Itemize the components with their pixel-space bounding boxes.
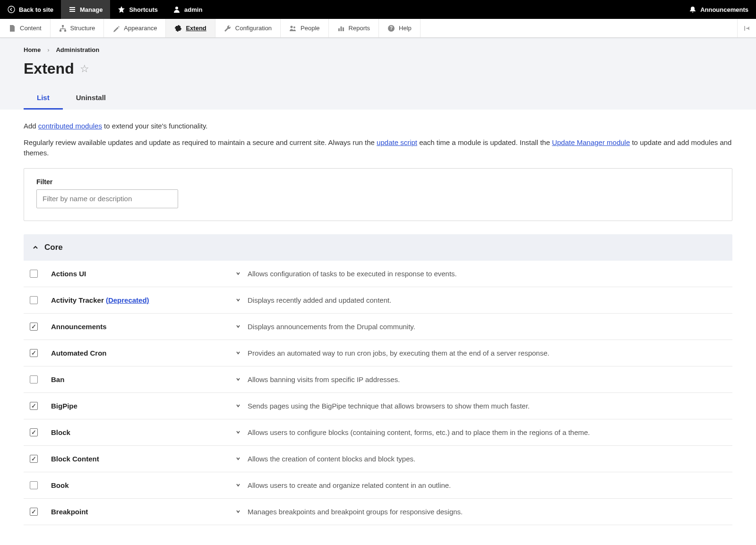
nav-appearance-label: Appearance [124,25,157,32]
module-checkbox[interactable] [30,349,38,357]
expand-description-icon[interactable] [235,271,242,276]
nav-configuration-label: Configuration [235,25,272,32]
module-checkbox[interactable] [30,270,38,278]
expand-description-icon[interactable] [235,324,242,329]
shortcuts-label: Shortcuts [129,6,158,13]
expand-description-icon[interactable] [235,509,242,514]
module-name: Automated Cron [51,349,235,357]
module-checkbox[interactable] [30,455,38,463]
svg-rect-9 [343,27,344,31]
expand-description-icon[interactable] [235,429,242,435]
svg-point-0 [8,6,15,13]
puzzle-icon [174,25,182,32]
breadcrumb-home[interactable]: Home [24,46,41,53]
nav-appearance[interactable]: Appearance [104,19,166,37]
manage-button[interactable]: Manage [61,0,110,19]
module-checkbox[interactable] [30,375,38,383]
module-description: Displays recently added and updated cont… [248,296,391,304]
filter-box: Filter [24,168,732,221]
module-row: Automated CronProvides an automated way … [24,340,732,366]
expand-description-icon[interactable] [235,403,242,409]
nav-reports-label: Reports [349,25,370,32]
nav-structure[interactable]: Structure [51,19,104,37]
svg-rect-8 [340,26,342,31]
svg-point-5 [291,26,293,28]
module-checkbox[interactable] [30,323,38,331]
expand-description-icon[interactable] [235,376,242,382]
filter-input[interactable] [36,189,178,208]
module-name: Announcements [51,323,235,331]
back-arrow-icon [8,6,15,13]
shortcuts-button[interactable]: Shortcuts [110,0,165,19]
nav-configuration[interactable]: Configuration [215,19,281,37]
nav-reports[interactable]: Reports [329,19,379,37]
contributed-modules-link[interactable]: contributed modules [38,122,102,130]
appearance-icon [112,25,120,32]
structure-icon [59,25,67,32]
svg-point-6 [293,26,295,28]
deprecated-link[interactable]: (Deprecated) [106,296,149,304]
nav-extend-label: Extend [186,25,206,32]
module-description: Allows banning visits from specific IP a… [248,375,400,383]
favorite-star-icon[interactable]: ☆ [80,63,89,75]
module-row: BlockAllows users to configure blocks (c… [24,419,732,446]
update-script-link[interactable]: update script [377,138,417,146]
svg-rect-2 [62,25,64,27]
people-icon [289,25,297,32]
back-to-site-label: Back to site [19,6,53,13]
expand-description-icon[interactable] [235,482,242,488]
module-row: Activity Tracker (Deprecated)Displays re… [24,287,732,314]
manage-label: Manage [80,6,103,13]
svg-rect-3 [60,30,61,32]
bar-chart-icon [337,25,345,32]
update-manager-link[interactable]: Update Manager module [552,138,630,146]
module-name: Block Content [51,455,235,463]
expand-description-icon[interactable] [235,350,242,356]
chevron-up-icon [32,244,39,251]
tab-uninstall[interactable]: Uninstall [63,87,119,110]
module-description: Allows users to create and organize rela… [248,481,451,489]
expand-description-icon[interactable] [235,297,242,303]
document-icon [9,25,16,32]
intro-line2: Regularly review available updates and u… [24,137,732,159]
module-description: Manages breakpoints and breakpoint group… [248,508,463,516]
section-header-core[interactable]: Core [24,234,732,261]
toolbar-collapse-button[interactable] [737,19,756,37]
module-description: Allows the creation of content blocks an… [248,455,415,463]
module-row: Actions UIAllows configuration of tasks … [24,261,732,287]
expand-description-icon[interactable] [235,456,242,461]
nav-help-label: Help [399,25,412,32]
breadcrumb-admin[interactable]: Administration [56,46,99,53]
nav-help[interactable]: ? Help [379,19,421,37]
module-row: BreakpointManages breakpoints and breakp… [24,499,732,525]
nav-people[interactable]: People [281,19,328,37]
module-description: Sends pages using the BigPipe technique … [248,402,530,410]
back-to-site-button[interactable]: Back to site [0,0,61,19]
announcements-button[interactable]: Announcements [681,0,756,19]
nav-content-label: Content [20,25,42,32]
bell-icon [689,6,696,13]
wrench-icon [224,25,232,32]
module-description: Displays announcements from the Drupal c… [248,323,415,331]
module-checkbox[interactable] [30,481,38,489]
breadcrumb: Home › Administration [24,46,732,53]
module-description: Allows configuration of tasks to be exec… [248,270,457,278]
user-label: admin [184,6,202,13]
nav-extend[interactable]: Extend [166,19,215,37]
chevron-right-icon: › [47,46,49,53]
module-description: Provides an automated way to run cron jo… [248,349,550,357]
module-name: Activity Tracker (Deprecated) [51,296,235,304]
announcements-label: Announcements [700,6,748,13]
module-name: Actions UI [51,270,235,278]
module-checkbox[interactable] [30,296,38,304]
module-checkbox[interactable] [30,428,38,436]
hamburger-icon [69,6,76,13]
collapse-icon [743,25,751,32]
module-checkbox[interactable] [30,508,38,516]
tab-list[interactable]: List [24,87,63,110]
module-name: Block [51,428,235,436]
module-checkbox[interactable] [30,402,38,410]
user-button[interactable]: admin [165,0,210,19]
nav-content[interactable]: Content [0,19,51,37]
module-name: Breakpoint [51,508,235,516]
